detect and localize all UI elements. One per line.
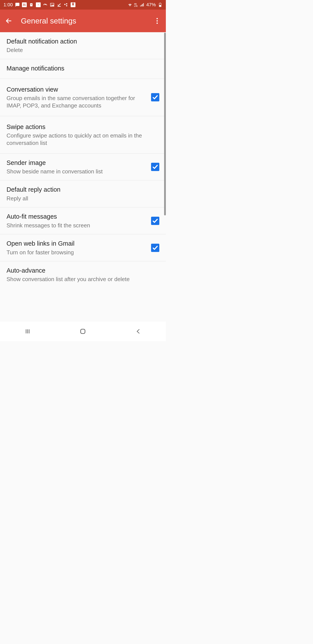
tmobile-icon: T bbox=[36, 2, 41, 7]
svg-point-1 bbox=[31, 4, 32, 5]
check-icon bbox=[152, 218, 158, 224]
overflow-menu-button[interactable] bbox=[152, 16, 162, 26]
recent-apps-button[interactable] bbox=[19, 326, 36, 337]
image-icon bbox=[50, 2, 54, 7]
status-right: 4GLTE 47% bbox=[128, 2, 162, 8]
setting-subtitle: Show beside name in conversation list bbox=[6, 168, 148, 175]
svg-rect-9 bbox=[141, 5, 142, 6]
svg-point-18 bbox=[156, 23, 158, 24]
arrow-left-icon bbox=[5, 18, 12, 24]
setting-title: Swipe actions bbox=[6, 123, 156, 131]
check-icon bbox=[152, 164, 158, 170]
setting-title: Open web links in Gmail bbox=[6, 239, 148, 248]
setting-subtitle: Turn on for faster browsing bbox=[6, 249, 148, 256]
maps-icon bbox=[71, 2, 75, 7]
setting-auto-advance[interactable]: Auto-advance Show conversation list afte… bbox=[0, 261, 166, 288]
home-icon bbox=[79, 328, 86, 334]
lte-icon: 4GLTE bbox=[134, 3, 138, 7]
auto-fit-checkbox[interactable] bbox=[151, 217, 159, 225]
setting-title: Sender image bbox=[6, 158, 148, 167]
setting-swipe-actions[interactable]: Swipe actions Configure swipe actions to… bbox=[0, 116, 166, 154]
svg-point-5 bbox=[64, 4, 66, 5]
more-vert-icon bbox=[156, 18, 158, 24]
open-web-links-checkbox[interactable] bbox=[151, 244, 159, 252]
setting-title: Conversation view bbox=[6, 85, 148, 94]
status-time: 1:00 bbox=[3, 2, 13, 8]
svg-rect-22 bbox=[81, 329, 85, 334]
setting-subtitle: Configure swipe actions to quickly act o… bbox=[6, 132, 156, 147]
setting-conversation-view[interactable]: Conversation view Group emails in the sa… bbox=[0, 79, 166, 116]
battery-percent: 47% bbox=[146, 2, 156, 8]
setting-title: Auto-fit messages bbox=[6, 212, 148, 221]
calendar-icon: 31 bbox=[22, 2, 27, 7]
setting-sender-image[interactable]: Sender image Show beside name in convers… bbox=[0, 154, 166, 180]
setting-title: Manage notifications bbox=[6, 64, 156, 73]
conversation-view-checkbox[interactable] bbox=[151, 93, 159, 102]
setting-manage-notifications[interactable]: Manage notifications bbox=[0, 59, 166, 79]
battery-icon bbox=[158, 2, 162, 7]
svg-rect-8 bbox=[140, 6, 141, 6]
setting-title: Default reply action bbox=[6, 185, 156, 194]
svg-point-6 bbox=[66, 3, 67, 4]
message-icon bbox=[15, 2, 20, 7]
page-title: General settings bbox=[21, 16, 152, 25]
svg-rect-10 bbox=[142, 4, 143, 6]
setting-open-web-links[interactable]: Open web links in Gmail Turn on for fast… bbox=[0, 234, 166, 261]
alibaba-icon bbox=[43, 2, 48, 7]
setting-title: Auto-advance bbox=[6, 266, 156, 275]
check-icon bbox=[152, 94, 158, 100]
sender-image-checkbox[interactable] bbox=[151, 163, 159, 171]
android-nav-bar bbox=[0, 322, 166, 341]
svg-rect-14 bbox=[159, 5, 161, 6]
svg-point-17 bbox=[156, 20, 158, 22]
svg-rect-13 bbox=[160, 3, 161, 3]
check-icon bbox=[152, 245, 158, 251]
setting-subtitle: Show conversation list after you archive… bbox=[6, 276, 156, 283]
signal-icon bbox=[140, 2, 145, 7]
settings-list: Default notification action Delete Manag… bbox=[0, 32, 166, 288]
setting-subtitle: Delete bbox=[6, 46, 156, 54]
setting-title: Default notification action bbox=[6, 37, 156, 46]
recent-icon bbox=[24, 328, 31, 334]
wifi-icon bbox=[128, 2, 132, 7]
scrollbar[interactable] bbox=[164, 33, 166, 216]
setting-subtitle: Shrink messages to fit the screen bbox=[6, 222, 148, 229]
back-button[interactable] bbox=[3, 16, 14, 26]
svg-point-3 bbox=[51, 4, 52, 4]
svg-point-7 bbox=[66, 5, 67, 6]
back-nav-button[interactable] bbox=[130, 326, 147, 337]
status-bar: 1:00 31 T 4GLTE 47% bbox=[0, 0, 166, 10]
setting-subtitle: Group emails in the same conversation to… bbox=[6, 95, 148, 110]
setting-auto-fit-messages[interactable]: Auto-fit messages Shrink messages to fit… bbox=[0, 207, 166, 234]
svg-point-16 bbox=[156, 18, 158, 19]
svg-rect-11 bbox=[143, 3, 144, 6]
status-left: 1:00 31 T bbox=[3, 2, 75, 8]
home-button[interactable] bbox=[74, 326, 91, 337]
dots-icon bbox=[64, 2, 68, 7]
setting-subtitle: Reply all bbox=[6, 195, 156, 202]
setting-default-notification-action[interactable]: Default notification action Delete bbox=[0, 32, 166, 59]
back-icon bbox=[135, 328, 141, 334]
check-icon bbox=[57, 2, 61, 7]
setting-default-reply-action[interactable]: Default reply action Reply all bbox=[0, 180, 166, 207]
app-bar: General settings bbox=[0, 10, 166, 32]
cup-icon bbox=[29, 2, 34, 7]
